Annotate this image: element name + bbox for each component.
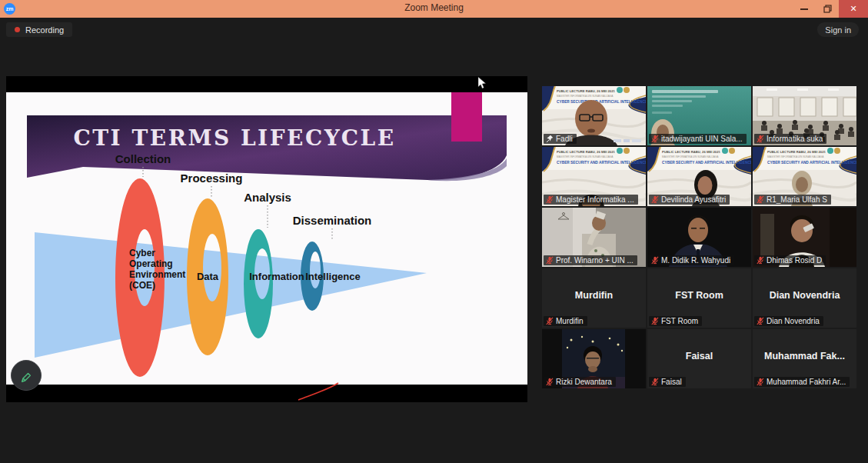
participant-name: itadwijayanti UIN Sala...	[661, 135, 743, 143]
participant-name: Dian Novendria	[767, 317, 820, 325]
muted-mic-icon	[651, 317, 659, 325]
participant-tile[interactable]: Dhimas Rosid D	[753, 208, 856, 267]
magenta-accent-bar	[451, 92, 482, 142]
participant-name: Magister Informatika ...	[556, 195, 634, 204]
recording-dot-icon	[15, 27, 20, 32]
restore-button[interactable]	[816, 0, 839, 18]
funnel-label-intelligence: Intelligence	[305, 271, 361, 282]
muted-mic-icon	[757, 378, 764, 386]
slide-diagram: CTI TERMS LIFECYCLE Collection Processin…	[6, 92, 527, 385]
funnel-label-coe-1: Cyber	[129, 248, 155, 258]
annotate-button[interactable]	[11, 360, 42, 391]
close-button[interactable]: ✕	[839, 0, 868, 18]
participant-name-label: Magister Informatika ...	[544, 195, 638, 205]
participant-name-label: FST Room	[649, 316, 702, 326]
shared-screen[interactable]: CTI TERMS LIFECYCLE Collection Processin…	[6, 76, 527, 402]
svg-text:MAGISTER INFORMATIKA UIN SUNAN: MAGISTER INFORMATIKA UIN SUNAN KALIJAGA	[767, 155, 824, 158]
svg-text:CYBER SECURITY AND ARTIFICIAL: CYBER SECURITY AND ARTIFICIAL INTELLIGEN…	[767, 161, 856, 165]
participant-name: R1_Maria Ulfah S	[767, 195, 827, 204]
participant-tile[interactable]: itadwijayanti UIN Sala...	[647, 86, 751, 145]
participant-tile[interactable]: Rizki Dewantara	[542, 329, 646, 388]
participant-name-label: Prof. Winarno + UIN ...	[544, 255, 637, 265]
svg-text:CYBER SECURITY AND ARTIFICIAL: CYBER SECURITY AND ARTIFICIAL INTELLIGEN…	[662, 161, 751, 165]
muted-mic-icon	[757, 135, 764, 143]
stage-label-processing: Processing	[181, 172, 243, 185]
participant-name-label: Muhammad Fakhri Ar...	[754, 377, 850, 387]
participant-tile[interactable]: MurdifinMurdifin	[542, 268, 646, 328]
participant-tile[interactable]: Dian NovendriaDian Novendria	[753, 268, 856, 328]
svg-text:PUBLIC LECTURE RABU, 26 MEI: PUBLIC LECTURE RABU, 26 MEI 2021	[662, 150, 721, 154]
participant-name: Muhammad Fakhri Ar...	[767, 378, 846, 386]
sign-in-button[interactable]: Sign in	[817, 22, 859, 37]
participant-name: Dhimas Rosid D	[767, 256, 822, 265]
svg-text:MAGISTER INFORMATIKA UIN SUNAN: MAGISTER INFORMATIKA UIN SUNAN KALIJAGA	[557, 155, 614, 158]
participant-name-label: M. Didik R. Wahyudi	[649, 255, 734, 265]
svg-text:PUBLIC LECTURE RABU, 26 MEI: PUBLIC LECTURE RABU, 26 MEI 2021	[767, 150, 826, 154]
participant-name: M. Didik R. Wahyudi	[661, 256, 730, 265]
participant-tile[interactable]: Muhammad Fak...Muhammad Fakhri Ar...	[753, 329, 856, 388]
stage-label-collection: Collection	[115, 152, 171, 165]
funnel-label-coe-4: (COE)	[129, 280, 155, 291]
participant-name: Faisal	[661, 378, 682, 386]
recording-indicator[interactable]: Recording	[6, 22, 72, 37]
participant-name-label: R1_Maria Ulfah S	[754, 195, 831, 205]
participant-name: Fadli	[556, 135, 573, 143]
red-annotation-line	[298, 383, 338, 400]
minimize-button[interactable]	[793, 0, 816, 18]
participant-name-label: Dian Novendria	[754, 316, 823, 326]
restore-icon	[823, 5, 832, 13]
funnel-label-data: Data	[197, 271, 219, 282]
pencil-icon	[18, 367, 35, 384]
participant-name-label: Faisal	[649, 377, 686, 387]
mouse-cursor	[478, 77, 486, 88]
muted-mic-icon	[546, 256, 554, 265]
participant-name: Informatika suka	[767, 135, 823, 143]
participant-name-label: Informatika suka	[754, 134, 826, 144]
muted-mic-icon	[546, 378, 554, 386]
muted-mic-icon	[651, 195, 659, 204]
participant-name-label: itadwijayanti UIN Sala...	[649, 134, 747, 144]
presentation-slide: CTI TERMS LIFECYCLE Collection Processin…	[6, 92, 527, 385]
participant-name-label: Fadli	[544, 134, 577, 144]
svg-text:MAGISTER INFORMATIKA UIN SUNAN: MAGISTER INFORMATIKA UIN SUNAN KALIJAGA	[662, 155, 719, 158]
slide-title: CTI TERMS LIFECYCLE	[74, 125, 396, 151]
muted-mic-icon	[651, 135, 659, 143]
participant-name: Prof. Winarno + UIN ...	[556, 256, 634, 265]
participant-tile[interactable]: Informatika suka	[753, 86, 856, 145]
participant-name-label: Murdifin	[544, 316, 587, 326]
funnel-cone	[35, 232, 427, 358]
title-bar[interactable]: zm Zoom Meeting ✕	[0, 0, 868, 18]
muted-mic-icon	[651, 378, 659, 386]
sign-in-label: Sign in	[825, 25, 851, 35]
participant-tile[interactable]: Prof. Winarno + UIN ...	[542, 208, 646, 267]
stage-label-analysis: Analysis	[244, 191, 291, 204]
participant-name-label: Dhimas Rosid D	[754, 255, 826, 265]
svg-text:CYBER SECURITY AND ARTIFICIAL: CYBER SECURITY AND ARTIFICIAL INTELLIGEN…	[557, 161, 646, 165]
participant-tile[interactable]: FST RoomFST Room	[647, 268, 751, 328]
muted-mic-icon	[546, 195, 554, 204]
svg-text:PUBLIC LECTURE RABU, 26 MEI: PUBLIC LECTURE RABU, 26 MEI 2021	[557, 150, 616, 154]
svg-text:PUBLIC LECTURE RABU, 26 MEI: PUBLIC LECTURE RABU, 26 MEI 2021	[557, 89, 616, 93]
participant-tile[interactable]: M. Didik R. Wahyudi	[647, 208, 751, 267]
stage-label-dissemination: Dissemination	[293, 214, 372, 227]
muted-mic-icon	[546, 317, 554, 325]
participant-tile[interactable]: PUBLIC LECTURE RABU, 26 MEI 2021MAGISTER…	[542, 147, 646, 206]
svg-text:MAGISTER INFORMATIKA UIN SUNAN: MAGISTER INFORMATIKA UIN SUNAN KALIJAGA	[557, 95, 614, 98]
participant-tile[interactable]: PUBLIC LECTURE RABU, 26 MEI 2021MAGISTER…	[542, 86, 646, 145]
window-controls: ✕	[793, 0, 868, 18]
participant-name: Devilinda Ayusafitri	[661, 195, 726, 204]
minimize-icon	[800, 8, 808, 10]
participant-grid: PUBLIC LECTURE RABU, 26 MEI 2021MAGISTER…	[542, 86, 857, 388]
muted-mic-icon	[757, 256, 764, 265]
participant-tile[interactable]: PUBLIC LECTURE RABU, 26 MEI 2021MAGISTER…	[647, 147, 751, 206]
participant-name: FST Room	[661, 317, 698, 325]
participant-name-label: Rizki Dewantara	[544, 377, 616, 387]
funnel-label-coe-3: Environment	[129, 269, 185, 280]
muted-mic-icon	[651, 256, 659, 265]
muted-mic-icon	[757, 317, 764, 325]
participant-name-label: Devilinda Ayusafitri	[649, 195, 730, 205]
participant-tile[interactable]: FaisalFaisal	[647, 329, 751, 388]
participant-tile[interactable]: PUBLIC LECTURE RABU, 26 MEI 2021MAGISTER…	[753, 147, 856, 206]
close-icon: ✕	[850, 4, 856, 14]
participant-name: Rizki Dewantara	[556, 378, 612, 386]
